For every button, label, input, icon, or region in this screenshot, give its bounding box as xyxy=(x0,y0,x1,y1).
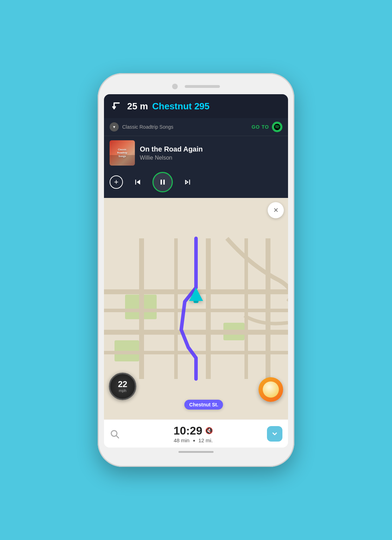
nav-street: Chestnut 295 xyxy=(152,101,209,112)
collapse-playlist-button[interactable]: ▾ xyxy=(110,122,119,131)
speed-indicator: 22 mph xyxy=(109,373,136,400)
waze-inner-face xyxy=(263,381,279,398)
speed-unit: mph xyxy=(119,388,126,393)
car-indicator xyxy=(189,288,203,303)
phone-screen: 25 m Chestnut 295 ▾ Classic Roadtrip Son… xyxy=(104,94,288,448)
playlist-bar: ▾ Classic Roadtrip Songs GO TO xyxy=(104,118,288,136)
track-artist: Willie Nelson xyxy=(140,155,203,161)
goto-label: GO TO xyxy=(251,124,269,130)
spotify-logo-icon xyxy=(272,122,282,132)
speed-value: 22 xyxy=(118,380,128,388)
phone-top-bar xyxy=(104,84,288,89)
playlist-left: ▾ Classic Roadtrip Songs xyxy=(110,122,174,131)
player-controls: + xyxy=(104,168,288,198)
eta-time-value: 10:29 xyxy=(174,424,202,437)
expand-button[interactable] xyxy=(267,426,282,442)
eta-distance: 12 mi. xyxy=(198,437,213,443)
map-area[interactable]: ✕ 22 mph Chestnut St. xyxy=(104,198,288,419)
waze-outer-ring xyxy=(259,377,283,402)
turn-arrow-icon xyxy=(110,100,123,112)
svg-rect-9 xyxy=(174,238,178,379)
svg-rect-10 xyxy=(206,238,211,379)
close-button[interactable]: ✕ xyxy=(268,202,284,218)
svg-rect-5 xyxy=(104,309,288,312)
track-info: ClassicRoadtripSongs On the Road Again W… xyxy=(104,136,288,168)
chevron-down-icon xyxy=(271,430,278,437)
eta-sub: 48 min 12 mi. xyxy=(174,437,213,443)
eta-minutes: 48 min xyxy=(174,437,189,443)
track-text: On the Road Again Willie Nelson xyxy=(140,145,203,161)
svg-rect-7 xyxy=(104,351,288,354)
svg-rect-12 xyxy=(266,238,270,379)
mute-icon: 🔇 xyxy=(205,427,213,435)
album-art-text: ClassicRoadtripSongs xyxy=(117,148,128,158)
svg-line-14 xyxy=(116,436,118,438)
bottom-bar: 10:29 🔇 48 min 12 mi. xyxy=(104,419,288,448)
goto-spotify-button[interactable]: GO TO xyxy=(251,122,282,132)
nav-distance: 25 m xyxy=(127,101,148,112)
street-label: Chestnut St. xyxy=(184,400,223,410)
play-pause-button[interactable] xyxy=(152,172,173,192)
album-art: ClassicRoadtripSongs xyxy=(110,140,135,166)
waze-avatar[interactable] xyxy=(259,377,283,402)
search-button[interactable] xyxy=(110,429,119,439)
music-player: ▾ Classic Roadtrip Songs GO TO ClassicRo… xyxy=(104,118,288,198)
separator-dot xyxy=(193,440,195,442)
eta-time: 10:29 🔇 xyxy=(174,424,213,437)
eta-block: 10:29 🔇 48 min 12 mi. xyxy=(174,424,213,443)
home-bar[interactable] xyxy=(178,451,214,453)
previous-track-button[interactable] xyxy=(133,177,143,187)
next-track-button[interactable] xyxy=(183,177,192,187)
nav-header: 25 m Chestnut 295 xyxy=(104,94,288,118)
add-to-queue-button[interactable]: + xyxy=(110,175,123,189)
phone-shell: 25 m Chestnut 295 ▾ Classic Roadtrip Son… xyxy=(98,73,294,467)
earpiece-speaker xyxy=(185,85,220,88)
svg-rect-6 xyxy=(104,330,288,335)
playlist-name: Classic Roadtrip Songs xyxy=(122,124,174,130)
svg-rect-8 xyxy=(139,238,144,379)
close-icon: ✕ xyxy=(273,206,279,214)
front-camera xyxy=(172,84,178,89)
track-title: On the Road Again xyxy=(140,145,203,153)
car-triangle-icon xyxy=(189,288,203,301)
search-icon xyxy=(110,429,119,439)
